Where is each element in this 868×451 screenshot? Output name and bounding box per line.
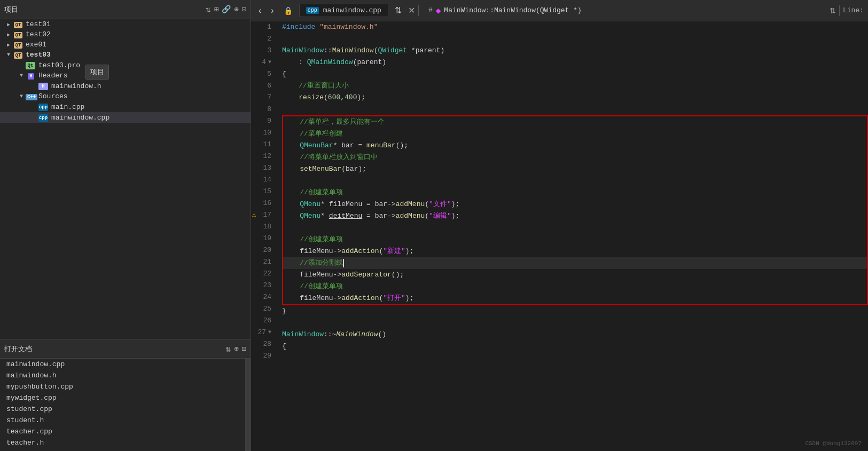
open-doc-teacher-h[interactable]: teacher.h xyxy=(0,437,245,448)
open-doc-teacher-cpp[interactable]: teacher.cpp xyxy=(0,426,245,437)
open-doc-mywidget-cpp[interactable]: mywidget.cpp xyxy=(0,392,245,403)
code-span: MainWindow xyxy=(282,329,324,341)
folder-icon-exe01: QT xyxy=(13,41,24,49)
tree-item-mainwindow-cpp[interactable]: cpp mainwindow.cpp xyxy=(0,112,251,123)
code-line-17: QMenu* deitMenu = bar->addMenu("编辑"); xyxy=(283,210,867,222)
tree-label-test03pro: test03.pro xyxy=(38,61,80,69)
line-label: Line: xyxy=(843,6,864,14)
code-span: addMenu xyxy=(396,210,425,222)
tree-item-test01[interactable]: ▶ QT test01 xyxy=(0,19,251,29)
code-span: ( xyxy=(324,92,328,104)
nav-forward-button[interactable]: › xyxy=(268,5,277,17)
code-span: //菜单栏创建 xyxy=(283,128,343,140)
code-span: { xyxy=(282,68,286,80)
file-tab-mainwindow-cpp[interactable]: cpp mainwindow.cpp xyxy=(299,4,388,17)
tree-label-test02: test02 xyxy=(26,30,51,38)
code-span: //添加分割线 xyxy=(283,257,343,269)
code-span: resize xyxy=(282,92,324,104)
code-span: QMenuBar xyxy=(283,140,333,152)
open-docs-add-button[interactable]: ⊕ xyxy=(234,344,238,353)
line-num-2: 2 xyxy=(251,33,271,45)
code-span: ); xyxy=(405,292,414,304)
open-doc-student-cpp[interactable]: student.cpp xyxy=(0,403,245,415)
code-span: "mainwindow.h" xyxy=(319,21,378,33)
code-span: menuBar xyxy=(366,140,396,152)
code-span: ( xyxy=(379,292,383,304)
code-line-19: //创建菜单项 xyxy=(283,234,867,246)
project-label: 项目 xyxy=(4,5,18,14)
code-span: MainWindow xyxy=(332,45,374,57)
tree-label-test03: test03 xyxy=(26,51,51,59)
code-line-21: //添加分割线 xyxy=(283,257,867,269)
cpp-badge: cpp xyxy=(306,7,319,14)
code-span: ::~ xyxy=(324,329,336,341)
breadcrumb-bar: # ◆ MainWindow::MainWindow(QWidget *) xyxy=(422,5,588,16)
tree-filter-button[interactable]: ⊞ xyxy=(214,5,218,14)
tree-item-test03[interactable]: ▼ QT test03 xyxy=(0,50,251,60)
tree-item-main-cpp[interactable]: cpp main.cpp xyxy=(0,101,251,112)
open-docs-scrollbar[interactable] xyxy=(245,359,251,451)
line-num-23: 23 xyxy=(251,280,271,291)
code-span: :: xyxy=(324,45,332,57)
tree-item-sources[interactable]: ▼ C++ Sources xyxy=(0,91,251,101)
code-line-11: QMenuBar* bar = menuBar(); xyxy=(283,140,867,152)
editor-toolbar: ‹ › 🔒 cpp mainwindow.cpp ⇅ ✕ # ◆ MainWin… xyxy=(251,0,868,21)
tree-label-headers: Headers xyxy=(38,72,68,80)
lock-button[interactable]: 🔒 xyxy=(280,5,296,16)
toolbar-divider-2 xyxy=(839,5,840,16)
fold-arrow-4[interactable]: ▼ xyxy=(268,57,271,68)
code-span: : xyxy=(282,57,307,68)
fold-arrow-27[interactable]: ▼ xyxy=(268,327,271,338)
toolbar-divider-1 xyxy=(418,5,419,16)
code-span: , xyxy=(340,92,345,104)
open-doc-mainwindow-cpp[interactable]: mainwindow.cpp xyxy=(0,359,245,370)
tree-add-button[interactable]: ⊕ xyxy=(234,5,238,14)
open-docs-expand-button[interactable]: ⊡ xyxy=(242,344,246,353)
tree-item-test03pro[interactable]: Qt test03.pro xyxy=(0,60,251,70)
tab-sort-button[interactable]: ⇅ xyxy=(392,4,405,17)
tree-expand-button[interactable]: ⊡ xyxy=(242,5,246,14)
code-span: (parent) xyxy=(353,57,386,68)
folder-icon-headers: H xyxy=(26,72,36,80)
code-span: ( xyxy=(379,246,383,257)
tree-header-actions: ⇅ ⊞ 🔗 ⊕ ⊡ xyxy=(206,4,246,15)
open-docs-panel: 打开文档 ⇅ ⊕ ⊡ mainwindow.cpp mainwindow.h m… xyxy=(0,339,251,451)
code-line-3: MainWindow::MainWindow(QWidget *parent) xyxy=(282,45,868,57)
tree-item-exe01[interactable]: ▶ QT exe01 xyxy=(0,39,251,50)
tree-sort-button[interactable]: ⇅ xyxy=(206,4,211,15)
code-content[interactable]: #include "mainwindow.h" MainWindow::Main… xyxy=(278,21,868,451)
line-num-22: 22 xyxy=(251,268,271,280)
code-line-15: //创建菜单项 xyxy=(283,187,867,199)
line-num-1: 1 xyxy=(251,21,271,33)
open-doc-mainwindow-h[interactable]: mainwindow.h xyxy=(0,370,245,381)
open-doc-student-h[interactable]: student.h xyxy=(0,415,245,426)
cursor xyxy=(343,259,344,267)
breadcrumb-arrows[interactable]: ⇅ xyxy=(830,6,836,15)
tree-arrow-test03: ▼ xyxy=(4,52,13,58)
open-doc-mypushbutton-cpp[interactable]: mypushbutton.cpp xyxy=(0,381,245,392)
tree-link-button[interactable]: 🔗 xyxy=(222,5,231,14)
open-docs-sort-button[interactable]: ⇅ xyxy=(225,344,231,354)
code-line-28: { xyxy=(282,341,868,352)
tab-close-button[interactable]: ✕ xyxy=(408,5,415,15)
breadcrumb-symbol-icon: ◆ xyxy=(436,5,441,16)
code-span: //创建菜单项 xyxy=(283,187,343,199)
line-num-19: 19 xyxy=(251,233,271,244)
code-span: //菜单栏，最多只能有一个 xyxy=(283,116,385,128)
nav-back-button[interactable]: ‹ xyxy=(255,5,264,17)
code-line-13: setMenuBar(bar); xyxy=(283,163,867,175)
line-num-7: 7 xyxy=(251,92,271,104)
code-span: * fileMenu = bar-> xyxy=(320,199,395,210)
highlight-box: //菜单栏，最多只能有一个 //菜单栏创建 QMenuBar* bar = me… xyxy=(282,115,868,305)
line-num-28: 28 xyxy=(251,338,271,350)
line-num-24: 24 xyxy=(251,291,271,303)
line-num-3: 3 xyxy=(251,45,271,57)
tree-item-test02[interactable]: ▶ QT test02 xyxy=(0,29,251,39)
open-docs-header: 打开文档 ⇅ ⊕ ⊡ xyxy=(0,339,251,359)
tree-item-mainwindow-h[interactable]: H mainwindow.h xyxy=(0,81,251,91)
tree-item-headers[interactable]: ▼ H Headers xyxy=(0,70,251,81)
line-num-27: 27▼ xyxy=(251,327,271,338)
code-line-7: resize(600,400); xyxy=(282,92,868,104)
folder-icon-test01: QT xyxy=(13,20,24,28)
code-span: ); xyxy=(357,92,365,104)
